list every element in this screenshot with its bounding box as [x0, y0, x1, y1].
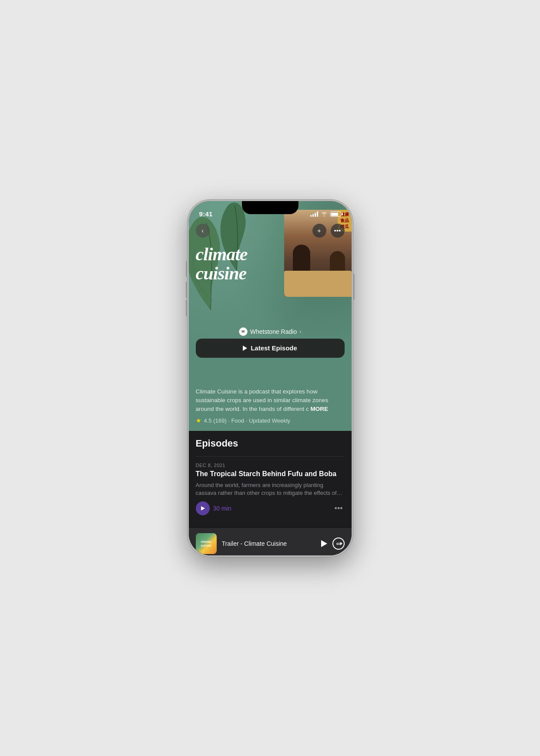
- mini-player[interactable]: climatecuisine Trailer - Climate Cuisine…: [189, 528, 352, 555]
- market-stall: [284, 271, 352, 297]
- episode-duration: 30 min: [213, 505, 231, 512]
- mini-player-controls: 60: [321, 538, 345, 550]
- more-button[interactable]: •••: [331, 224, 345, 238]
- more-link[interactable]: MORE: [310, 406, 328, 412]
- phone-device: 9:41: [188, 200, 353, 557]
- status-icons: [310, 211, 341, 218]
- rating-value: 4.5 (169) · Food · Updated Weekly: [204, 417, 291, 424]
- rating-row: ★ 4.5 (169) · Food · Updated Weekly: [196, 417, 345, 424]
- scroll-content[interactable]: 健康食品烤瓜 ‹ +: [189, 201, 352, 555]
- skip-forward-button[interactable]: 60: [332, 538, 345, 550]
- mini-player-artwork: climatecuisine: [196, 533, 217, 554]
- episode-description: Around the world, farmers are increasing…: [196, 481, 345, 497]
- hero-controls: ‹ + •••: [189, 220, 352, 241]
- add-button[interactable]: +: [312, 224, 326, 238]
- play-icon: [243, 346, 247, 351]
- episode-title[interactable]: The Tropical Starch Behind Fufu and Boba: [196, 470, 345, 479]
- battery-icon: [330, 212, 341, 217]
- star-icon: ★: [196, 417, 201, 424]
- description-section: Climate Cuisine is a podcast that explor…: [189, 384, 352, 431]
- table-row: DEC 8, 2021 The Tropical Starch Behind F…: [196, 456, 345, 521]
- mini-play-button[interactable]: [321, 540, 327, 547]
- signal-icon: [310, 212, 318, 217]
- episode-date: DEC 8, 2021: [196, 463, 345, 468]
- episodes-header: Episodes: [196, 438, 345, 449]
- podcast-title: climate cuisine: [196, 245, 282, 283]
- latest-episode-label: Latest Episode: [251, 344, 297, 352]
- author-logo: W: [239, 327, 248, 336]
- episode-play-button[interactable]: [196, 501, 210, 515]
- author-chevron: ›: [299, 329, 301, 335]
- episode-actions: 30 min •••: [196, 501, 345, 515]
- author-row[interactable]: W Whetstone Radio ›: [189, 327, 352, 336]
- author-name: Whetstone Radio: [250, 328, 297, 335]
- status-time: 9:41: [199, 210, 213, 218]
- notch: [242, 201, 299, 214]
- mini-player-title: Trailer - Climate Cuisine: [222, 540, 316, 547]
- action-buttons: + •••: [312, 224, 345, 238]
- description-text: Climate Cuisine is a podcast that explor…: [196, 387, 345, 414]
- hero-section: 健康食品烤瓜 ‹ +: [189, 201, 352, 384]
- skip-arrow-icon: [340, 542, 342, 545]
- wifi-icon: [321, 211, 328, 218]
- episodes-section: Episodes DEC 8, 2021 The Tropical Starch…: [189, 431, 352, 528]
- back-button[interactable]: ‹: [196, 224, 210, 238]
- phone-screen: 9:41: [189, 201, 352, 555]
- latest-episode-button[interactable]: Latest Episode: [196, 339, 345, 358]
- episode-play-area: 30 min: [196, 501, 231, 515]
- episode-more-button[interactable]: •••: [333, 502, 345, 515]
- mini-player-info: Trailer - Climate Cuisine: [222, 540, 316, 547]
- play-triangle-icon: [201, 506, 205, 511]
